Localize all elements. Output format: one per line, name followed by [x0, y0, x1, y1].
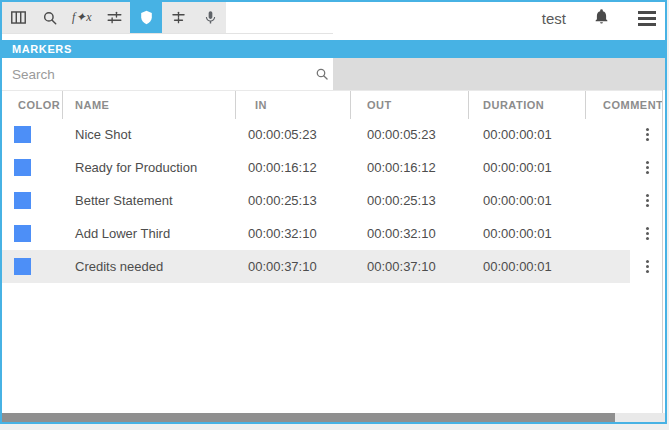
column-header-duration[interactable]: DURATION — [483, 91, 544, 119]
marker-in-timecode: 00:00:37:10 — [248, 250, 317, 283]
search-icon[interactable] — [314, 66, 330, 86]
column-divider — [235, 91, 236, 119]
vertical-scrollbar-track[interactable] — [662, 90, 665, 413]
marker-color-swatch[interactable] — [14, 192, 31, 209]
table-header: COLOR NAME IN OUT DURATION COMMENT — [2, 90, 665, 118]
marker-color-swatch[interactable] — [14, 159, 31, 176]
marker-in-timecode: 00:00:05:23 — [248, 118, 317, 151]
table-row[interactable]: Nice Shot 00:00:05:23 00:00:05:23 00:00:… — [2, 118, 665, 151]
marker-name: Better Statement — [75, 184, 173, 217]
marker-duration: 00:00:00:01 — [483, 250, 552, 283]
marker-name: Nice Shot — [75, 118, 131, 151]
top-bar: f✦x — [2, 2, 665, 40]
kebab-menu-icon — [646, 199, 649, 202]
marker-out-timecode: 00:00:05:23 — [367, 118, 436, 151]
row-menu-button[interactable] — [640, 151, 654, 184]
column-header-out[interactable]: OUT — [367, 91, 392, 119]
kebab-menu-icon — [646, 166, 649, 169]
marker-in-timecode: 00:00:25:13 — [248, 184, 317, 217]
markers-panel-window: f✦x — [0, 0, 667, 424]
adjust-sliders-button[interactable] — [98, 2, 130, 33]
search-tool-button[interactable] — [34, 2, 66, 33]
table-row[interactable]: Add Lower Third 00:00:32:10 00:00:32:10 … — [2, 217, 665, 250]
marker-out-timecode: 00:00:16:12 — [367, 151, 436, 184]
marker-duration: 00:00:00:01 — [483, 217, 552, 250]
adjust-sliders-icon — [105, 8, 124, 27]
marker-in-timecode: 00:00:32:10 — [248, 217, 317, 250]
marker-name: Credits needed — [75, 250, 163, 283]
marker-out-timecode: 00:00:37:10 — [367, 250, 436, 283]
column-header-color[interactable]: COLOR — [18, 91, 60, 119]
topbar-right-cluster: test — [542, 2, 656, 34]
marker-color-swatch[interactable] — [14, 258, 31, 275]
search-icon — [41, 9, 59, 27]
horizontal-scrollbar-thumb[interactable] — [2, 413, 615, 422]
bell-icon — [593, 11, 610, 28]
column-divider — [585, 91, 586, 119]
marker-duration: 00:00:00:01 — [483, 118, 552, 151]
row-menu-button[interactable] — [640, 118, 654, 151]
search-row — [2, 58, 665, 90]
column-divider — [468, 91, 469, 119]
column-divider — [350, 91, 351, 119]
table-row[interactable]: Better Statement 00:00:25:13 00:00:25:13… — [2, 184, 665, 217]
marker-in-timecode: 00:00:16:12 — [248, 151, 317, 184]
row-menu-button[interactable] — [640, 184, 654, 217]
column-divider — [62, 91, 63, 119]
row-menu-button[interactable] — [640, 250, 654, 283]
markers-shield-icon — [138, 9, 155, 26]
marker-duration: 00:00:00:01 — [483, 184, 552, 217]
column-header-name[interactable]: NAME — [75, 91, 109, 119]
table-row[interactable]: Ready for Production 00:00:16:12 00:00:1… — [2, 151, 665, 184]
marker-color-swatch[interactable] — [14, 225, 31, 242]
marker-out-timecode: 00:00:32:10 — [367, 217, 436, 250]
menu-icon — [638, 11, 656, 26]
kebab-menu-icon — [646, 265, 649, 268]
hamburger-menu-button[interactable] — [638, 11, 656, 26]
levels-sliders-icon — [169, 8, 188, 27]
kebab-menu-icon — [646, 133, 649, 136]
kebab-menu-icon — [646, 232, 649, 235]
search-input[interactable] — [2, 58, 333, 90]
panel-title: MARKERS — [2, 40, 665, 58]
microphone-icon — [202, 9, 219, 26]
microphone-button[interactable] — [194, 2, 226, 33]
marker-color-swatch[interactable] — [14, 126, 31, 143]
marker-name: Add Lower Third — [75, 217, 170, 250]
table-row-selected[interactable]: Credits needed 00:00:37:10 00:00:37:10 0… — [2, 250, 665, 283]
marker-name: Ready for Production — [75, 151, 197, 184]
media-filmstrip-button[interactable] — [2, 2, 34, 33]
notifications-button[interactable] — [593, 8, 610, 29]
search-field — [2, 58, 333, 90]
markers-tab-button[interactable] — [130, 2, 162, 33]
marker-duration: 00:00:00:01 — [483, 151, 552, 184]
column-header-in[interactable]: IN — [255, 91, 267, 119]
levels-sliders-button[interactable] — [162, 2, 194, 33]
row-menu-button[interactable] — [640, 217, 654, 250]
marker-out-timecode: 00:00:25:13 — [367, 184, 436, 217]
user-menu-label[interactable]: test — [542, 10, 566, 27]
panel-toolbar: f✦x — [2, 2, 226, 33]
effects-button[interactable]: f✦x — [66, 2, 98, 33]
column-header-comment[interactable]: COMMENT — [603, 91, 663, 119]
horizontal-scrollbar[interactable] — [2, 413, 665, 422]
markers-table-body: Nice Shot 00:00:05:23 00:00:05:23 00:00:… — [2, 118, 665, 283]
effects-icon: f✦x — [72, 10, 92, 25]
filmstrip-icon — [9, 8, 28, 27]
